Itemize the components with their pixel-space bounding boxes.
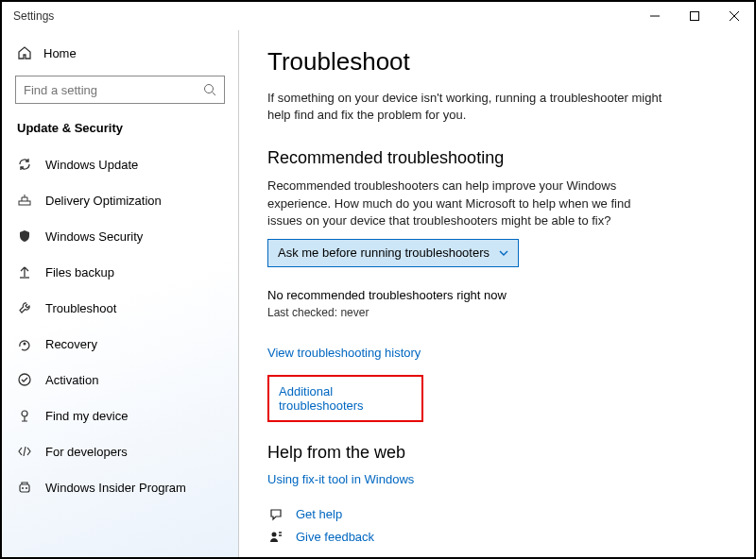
content-area: Troubleshoot If something on your device… [238, 30, 754, 557]
code-icon [17, 444, 32, 459]
nav-label: Recovery [45, 337, 97, 351]
nav-label: Find my device [45, 409, 128, 423]
maximize-button[interactable] [675, 2, 714, 30]
get-help-link[interactable]: Get help [296, 507, 342, 521]
check-circle-icon [17, 372, 32, 387]
search-box[interactable] [15, 76, 225, 104]
svg-point-10 [22, 411, 27, 416]
get-help-icon [267, 507, 284, 522]
svg-rect-11 [20, 484, 29, 492]
page-title: Troubleshoot [267, 47, 726, 76]
nav-label: Windows Security [45, 229, 143, 244]
history-link[interactable]: View troubleshooting history [267, 346, 421, 360]
sidebar-item-activation[interactable]: Activation [9, 362, 231, 398]
location-icon [17, 408, 32, 423]
sync-icon [17, 157, 32, 172]
home-icon [17, 45, 32, 60]
svg-point-9 [19, 374, 30, 385]
sidebar-item-troubleshoot[interactable]: Troubleshoot [9, 290, 231, 326]
sidebar-item-delivery-optimization[interactable]: Delivery Optimization [9, 182, 231, 218]
svg-point-14 [272, 532, 277, 536]
recommended-heading: Recommended troubleshooting [267, 148, 726, 168]
additional-troubleshooters-link[interactable]: Additional troubleshooters [279, 384, 412, 413]
svg-point-13 [26, 487, 27, 489]
additional-troubleshooters-highlight: Additional troubleshooters [267, 375, 423, 422]
dropdown-value: Ask me before running troubleshooters [278, 246, 490, 260]
svg-line-5 [213, 93, 216, 96]
delivery-icon [17, 193, 32, 208]
sidebar-item-for-developers[interactable]: For developers [9, 433, 231, 469]
shield-icon [17, 229, 32, 244]
give-feedback-link[interactable]: Give feedback [296, 530, 374, 544]
svg-point-12 [22, 487, 24, 489]
chevron-down-icon [499, 250, 508, 256]
nav-label: Windows Insider Program [45, 481, 186, 495]
intro-text: If something on your device isn't workin… [267, 90, 674, 124]
svg-rect-1 [691, 12, 699, 21]
svg-rect-6 [19, 201, 30, 205]
search-input[interactable] [24, 83, 203, 97]
nav-label: Activation [45, 373, 98, 387]
recommended-text: Recommended troubleshooters can help imp… [267, 178, 664, 229]
last-checked-text: Last checked: never [267, 306, 726, 319]
home-label: Home [43, 46, 77, 60]
nav-label: Windows Update [45, 158, 138, 172]
nav-label: Files backup [45, 265, 114, 280]
svg-point-4 [205, 85, 214, 93]
nav-label: Troubleshoot [45, 301, 116, 315]
sidebar-item-find-my-device[interactable]: Find my device [9, 398, 231, 433]
help-heading: Help from the web [267, 443, 726, 463]
svg-point-8 [24, 343, 26, 346]
no-recommended-text: No recommended troubleshooters right now [267, 288, 726, 302]
troubleshoot-frequency-dropdown[interactable]: Ask me before running troubleshooters [267, 239, 519, 267]
sidebar: Home Update & Security Windows Update De… [2, 30, 238, 557]
insider-icon [17, 480, 32, 495]
recovery-icon [17, 336, 32, 351]
sidebar-item-windows-insider[interactable]: Windows Insider Program [9, 469, 231, 505]
sidebar-item-windows-security[interactable]: Windows Security [9, 218, 231, 254]
window-controls [635, 2, 754, 30]
wrench-icon [17, 300, 32, 315]
backup-icon [17, 264, 32, 280]
minimize-button[interactable] [635, 2, 675, 30]
sidebar-item-files-backup[interactable]: Files backup [9, 254, 231, 290]
search-icon [203, 83, 216, 96]
fixit-link[interactable]: Using fix-it tool in Windows [267, 472, 414, 486]
titlebar: Settings [2, 2, 754, 30]
window-title: Settings [13, 9, 635, 23]
nav-label: Delivery Optimization [45, 194, 162, 208]
sidebar-item-recovery[interactable]: Recovery [9, 326, 231, 362]
nav-label: For developers [45, 445, 128, 459]
home-nav[interactable]: Home [9, 36, 231, 70]
feedback-icon [267, 530, 284, 545]
close-button[interactable] [714, 2, 754, 30]
section-header: Update & Security [9, 117, 231, 146]
sidebar-item-windows-update[interactable]: Windows Update [9, 146, 231, 182]
